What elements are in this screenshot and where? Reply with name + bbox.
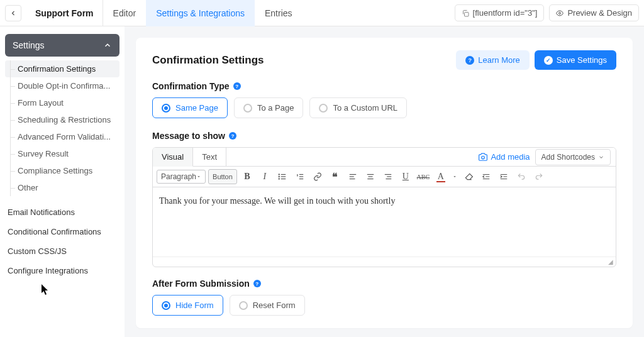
sidebar-accordion-label: Settings <box>13 40 45 50</box>
svg-point-1 <box>559 12 561 14</box>
radio-same-page-label: Same Page <box>175 103 218 113</box>
mouse-cursor <box>42 284 48 294</box>
italic-button[interactable]: I <box>257 169 272 184</box>
sidebar-item-configure-integrations[interactable]: Configure Integrations <box>5 261 119 280</box>
sidebar: Settings Confirmation Settings Double Op… <box>0 26 125 337</box>
list-ul-icon <box>278 172 287 181</box>
chevron-down-icon <box>598 154 604 160</box>
radio-to-page[interactable]: To a Page <box>234 97 304 118</box>
svg-rect-0 <box>464 12 469 16</box>
align-right-icon <box>384 172 392 181</box>
insert-button[interactable]: Button <box>208 169 237 184</box>
rich-text-editor: Visual Text Add media Add Shortcodes <box>152 147 616 267</box>
check-circle-icon <box>544 56 553 65</box>
topbar: Support Form Editor Settings & Integrati… <box>0 0 644 26</box>
topbar-right: [fluentform id="3"] Preview & Design <box>455 4 639 21</box>
panel-confirmation-settings: Confirmation Settings Learn More Save Se… <box>136 38 633 328</box>
sidebar-item-email-notifications[interactable]: Email Notifications <box>5 202 119 222</box>
back-button[interactable] <box>5 5 21 21</box>
strikethrough-button[interactable]: ABC <box>416 169 431 184</box>
preview-design-button[interactable]: Preview & Design <box>549 4 639 21</box>
message-to-show-text: Message to show <box>152 131 225 141</box>
topbar-tabs: Editor Settings & Integrations Entries <box>103 0 303 26</box>
chevron-up-icon <box>103 41 112 50</box>
after-submission-text: After Form Submission <box>152 279 250 289</box>
indent-button[interactable] <box>496 169 511 184</box>
camera-icon <box>479 153 487 162</box>
underline-button[interactable]: U <box>398 169 413 184</box>
list-ol-icon <box>296 172 304 181</box>
sidebar-item-other[interactable]: Other <box>5 179 119 196</box>
editor-tab-text[interactable]: Text <box>193 148 226 166</box>
editor-tabs-row: Visual Text Add media Add Shortcodes <box>153 148 616 167</box>
shortcode-chip[interactable]: [fluentform id="3"] <box>455 4 545 21</box>
save-settings-button[interactable]: Save Settings <box>535 50 616 70</box>
add-media-button[interactable]: Add media <box>479 152 530 162</box>
sidebar-item-advanced-validation[interactable]: Advanced Form Validati... <box>5 128 119 145</box>
format-select[interactable]: Paragraph <box>157 170 206 184</box>
undo-icon <box>517 172 526 181</box>
radio-icon <box>162 301 170 310</box>
tab-editor[interactable]: Editor <box>103 0 147 26</box>
sidebar-item-double-optin[interactable]: Double Opt-in Confirma... <box>5 77 119 94</box>
editor-content[interactable]: Thank you for your message. We will get … <box>153 187 616 257</box>
indent-icon <box>499 172 508 181</box>
panel-head: Confirmation Settings Learn More Save Se… <box>152 50 616 70</box>
outdent-button[interactable] <box>479 169 494 184</box>
panel-title: Confirmation Settings <box>152 54 264 67</box>
message-to-show-label: Message to show <box>152 131 236 141</box>
align-center-button[interactable] <box>363 169 378 184</box>
align-left-button[interactable] <box>345 169 360 184</box>
align-left-icon <box>348 172 357 181</box>
link-button[interactable] <box>310 169 325 184</box>
sidebar-item-compliance[interactable]: Compliance Settings <box>5 162 119 179</box>
chevron-left-icon <box>9 9 17 17</box>
info-icon[interactable] <box>229 132 236 140</box>
learn-more-button[interactable]: Learn More <box>456 50 529 70</box>
svg-point-2 <box>482 156 485 159</box>
blockquote-button[interactable]: ❝ <box>328 169 343 184</box>
sidebar-item-form-layout[interactable]: Form Layout <box>5 94 119 111</box>
radio-reset-form-label: Reset Form <box>253 301 296 310</box>
editor-tabs: Visual Text <box>153 148 226 166</box>
add-shortcodes-button[interactable]: Add Shortcodes <box>535 149 611 165</box>
sidebar-accordion-settings[interactable]: Settings <box>5 34 119 57</box>
text-color-caret[interactable] <box>451 169 458 184</box>
editor-toprow-right: Add media Add Shortcodes <box>479 149 611 165</box>
clear-formatting-button[interactable] <box>461 169 476 184</box>
sidebar-item-custom-css-js[interactable]: Custom CSS/JS <box>5 241 119 261</box>
caret-down-icon <box>452 174 457 179</box>
add-media-label: Add media <box>491 152 530 162</box>
align-center-icon <box>366 172 375 181</box>
editor-tab-visual[interactable]: Visual <box>153 148 193 167</box>
after-submission-radios: Hide Form Reset Form <box>152 295 616 316</box>
tab-settings-integrations[interactable]: Settings & Integrations <box>146 0 255 26</box>
bullet-list-button[interactable] <box>275 169 290 184</box>
svg-point-6 <box>279 174 279 175</box>
sidebar-item-scheduling[interactable]: Scheduling & Restrictions <box>5 111 119 128</box>
copy-icon <box>462 9 469 17</box>
align-right-button[interactable] <box>380 169 396 184</box>
sidebar-item-conditional-confirmations[interactable]: Conditional Confirmations <box>5 222 119 241</box>
radio-to-url[interactable]: To a Custom URL <box>309 97 407 118</box>
format-select-value: Paragraph <box>161 172 196 181</box>
radio-reset-form[interactable]: Reset Form <box>230 295 305 316</box>
resize-handle[interactable]: ◢ <box>153 257 616 267</box>
outdent-icon <box>482 172 491 181</box>
sidebar-item-survey-result[interactable]: Survey Result <box>5 145 119 162</box>
number-list-button[interactable] <box>292 169 308 184</box>
undo-button[interactable] <box>514 169 529 184</box>
tab-entries[interactable]: Entries <box>255 0 303 26</box>
text-color-button[interactable]: A <box>433 169 448 184</box>
info-icon[interactable] <box>233 82 241 90</box>
redo-button[interactable] <box>531 169 547 184</box>
sidebar-item-confirmation-settings[interactable]: Confirmation Settings <box>5 60 119 77</box>
radio-same-page[interactable]: Same Page <box>152 97 228 118</box>
editor-toolbar: Paragraph Button B I ❝ <box>153 167 616 187</box>
confirmation-type-text: Confirmation Type <box>152 81 230 91</box>
radio-hide-form[interactable]: Hide Form <box>152 295 223 316</box>
info-icon[interactable] <box>253 280 261 287</box>
bold-button[interactable]: B <box>240 169 255 184</box>
main: Confirmation Settings Learn More Save Se… <box>125 26 644 337</box>
form-name: Support Form <box>26 0 103 26</box>
